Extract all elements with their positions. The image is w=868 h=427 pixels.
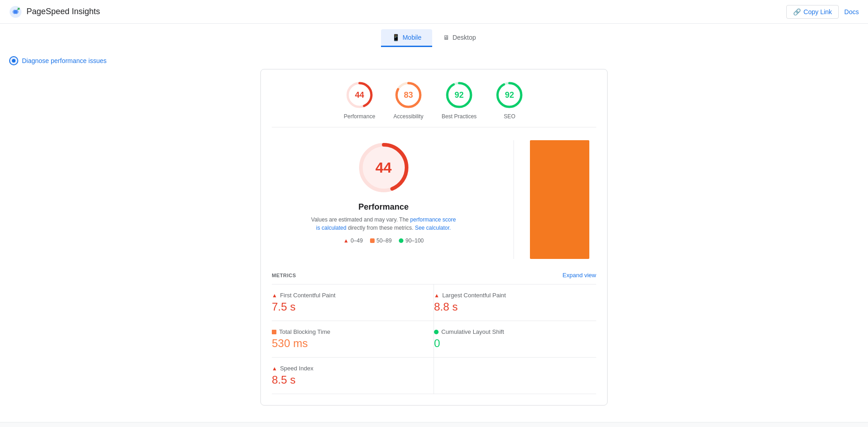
- score-label-accessibility: Accessibility: [393, 113, 423, 120]
- calc-link[interactable]: See calculator.: [415, 225, 451, 231]
- score-circle-performance: 44: [345, 80, 374, 110]
- detail-performance-title: Performance: [358, 202, 408, 212]
- metric-lcp-name: ▲ Largest Contentful Paint: [434, 292, 593, 299]
- legend: ▲ 0–49 50–89 90–100: [343, 237, 423, 244]
- metric-tbt-label: Total Blocking Time: [279, 328, 330, 335]
- metric-lcp-label: Largest Contentful Paint: [442, 292, 506, 299]
- metric-si-value: 8.5 s: [272, 374, 430, 386]
- score-label-performance: Performance: [344, 113, 376, 120]
- triangle-red-icon-si: ▲: [272, 365, 277, 372]
- triangle-red-icon: ▲: [343, 237, 349, 244]
- legend-orange-label: 50–89: [376, 237, 392, 244]
- square-orange-icon-tbt: [272, 330, 276, 334]
- metrics-grid: ▲ First Contentful Paint 7.5 s ▲ Largest…: [272, 284, 596, 394]
- metric-lcp: ▲ Largest Contentful Paint 8.8 s: [434, 285, 596, 321]
- detail-left: 44 Performance Values are estimated and …: [272, 140, 504, 259]
- footer-bar: 📅 Captured at Mar 29, 2023, 11:54 AM GMT…: [0, 422, 868, 427]
- header-right: 🔗 Copy Link Docs: [786, 5, 859, 19]
- score-accessibility[interactable]: 83 Accessibility: [393, 80, 423, 120]
- metrics-header: METRICS Expand view: [272, 268, 596, 284]
- diagnose-bar: Diagnose performance issues: [0, 53, 868, 69]
- diagnose-label: Diagnose performance issues: [22, 57, 106, 64]
- tab-desktop[interactable]: 🖥 Desktop: [432, 29, 487, 47]
- desktop-icon: 🖥: [443, 34, 450, 41]
- score-num-seo: 92: [505, 90, 514, 100]
- score-label-best-practices: Best Practices: [442, 113, 477, 120]
- performance-bar-chart: [530, 140, 589, 259]
- svg-point-2: [12, 59, 16, 63]
- circle-green-icon-cls: [434, 330, 439, 334]
- score-best-practices[interactable]: 92 Best Practices: [442, 80, 477, 120]
- metric-si-name: ▲ Speed Index: [272, 365, 430, 372]
- score-circle-best-practices: 92: [445, 80, 474, 110]
- docs-link[interactable]: Docs: [844, 8, 859, 16]
- metric-cls-name: Cumulative Layout Shift: [434, 328, 593, 335]
- scores-card: 44 Performance 83 Accessibility: [260, 69, 608, 406]
- header-left: PageSpeed Insights: [9, 5, 100, 18]
- diagnose-dot: [9, 56, 18, 65]
- metric-tbt: Total Blocking Time 530 ms: [272, 321, 434, 358]
- detail-right: [523, 140, 596, 259]
- large-score-num: 44: [376, 159, 392, 176]
- score-seo[interactable]: 92 SEO: [495, 80, 524, 120]
- metric-cls-value: 0: [434, 337, 593, 350]
- header: PageSpeed Insights 🔗 Copy Link Docs: [0, 0, 868, 24]
- copy-link-label: Copy Link: [804, 8, 832, 16]
- score-num-best-practices: 92: [455, 90, 464, 100]
- scores-divider: [272, 127, 596, 127]
- legend-green: 90–100: [399, 237, 423, 244]
- metric-si: ▲ Speed Index 8.5 s: [272, 358, 434, 394]
- metric-cls-label: Cumulative Layout Shift: [441, 328, 504, 335]
- expand-view-button[interactable]: Expand view: [562, 272, 596, 279]
- score-performance[interactable]: 44 Performance: [344, 80, 376, 120]
- metric-fcp-label: First Contentful Paint: [280, 292, 335, 299]
- metrics-title: METRICS: [272, 273, 296, 278]
- circle-green-icon: [399, 238, 403, 243]
- metric-tbt-value: 530 ms: [272, 337, 430, 350]
- metric-fcp: ▲ First Contentful Paint 7.5 s: [272, 285, 434, 321]
- vertical-divider: [513, 140, 514, 259]
- legend-green-label: 90–100: [405, 237, 423, 244]
- detail-section: 44 Performance Values are estimated and …: [272, 131, 596, 268]
- score-circle-accessibility: 83: [394, 80, 423, 110]
- triangle-red-icon-fcp: ▲: [272, 292, 277, 299]
- score-num-accessibility: 83: [404, 90, 413, 100]
- main-content: 44 Performance 83 Accessibility: [251, 69, 617, 422]
- metric-fcp-name: ▲ First Contentful Paint: [272, 292, 430, 299]
- app-title: PageSpeed Insights: [26, 7, 100, 16]
- copy-link-button[interactable]: 🔗 Copy Link: [786, 5, 839, 19]
- square-orange-icon: [370, 238, 375, 243]
- scores-row: 44 Performance 83 Accessibility: [272, 80, 596, 120]
- metric-cls: Cumulative Layout Shift 0: [434, 321, 596, 358]
- metric-fcp-value: 7.5 s: [272, 300, 430, 313]
- metric-si-label: Speed Index: [280, 365, 313, 372]
- score-label-seo: SEO: [504, 113, 515, 120]
- desc-text: Values are estimated and may vary. The: [311, 216, 410, 223]
- metric-tbt-name: Total Blocking Time: [272, 328, 430, 335]
- pagespeed-logo: [9, 5, 22, 18]
- mobile-icon: 📱: [392, 34, 400, 41]
- link-icon: 🔗: [793, 8, 801, 16]
- tab-desktop-label: Desktop: [452, 34, 476, 41]
- triangle-red-icon-lcp: ▲: [434, 292, 439, 299]
- tabs-bar: 📱 Mobile 🖥 Desktop: [0, 24, 868, 53]
- tab-mobile-label: Mobile: [402, 34, 421, 41]
- svg-point-1: [14, 10, 17, 14]
- large-score-circle: 44: [356, 140, 411, 195]
- tab-mobile[interactable]: 📱 Mobile: [381, 29, 432, 47]
- metric-lcp-value: 8.8 s: [434, 300, 593, 313]
- score-circle-seo: 92: [495, 80, 524, 110]
- score-num-performance: 44: [355, 90, 364, 100]
- legend-red: ▲ 0–49: [343, 237, 363, 244]
- legend-orange: 50–89: [370, 237, 392, 244]
- legend-red-label: 0–49: [350, 237, 363, 244]
- metric-empty: [434, 358, 596, 394]
- detail-description: Values are estimated and may vary. The p…: [311, 216, 457, 232]
- desc-text2: directly from these metrics.: [348, 225, 415, 231]
